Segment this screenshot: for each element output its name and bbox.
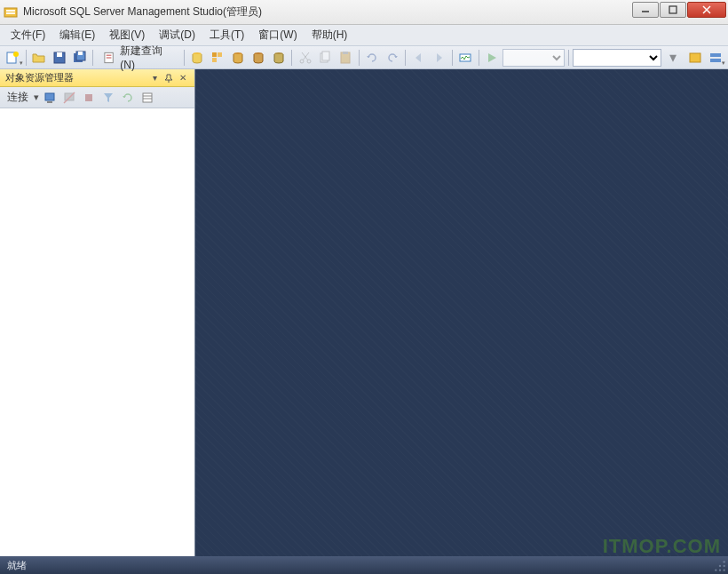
app-icon [4, 5, 18, 20]
toolbar-separator [405, 50, 406, 66]
svg-point-47 [715, 570, 716, 571]
svg-rect-36 [45, 93, 54, 100]
object-explorer-title: 对象资源管理器 [5, 71, 146, 84]
window-controls [632, 2, 726, 18]
menu-edit[interactable]: 编辑(E) [52, 25, 102, 45]
filter-button [99, 89, 117, 107]
svg-rect-19 [218, 52, 222, 57]
toolbar-separator [359, 50, 360, 66]
database-combo[interactable] [502, 49, 565, 67]
status-bar: 就绪 [0, 556, 728, 574]
menu-view[interactable]: 视图(V) [102, 25, 152, 45]
svg-point-46 [724, 565, 725, 567]
xmla-query-button[interactable] [269, 48, 288, 68]
toolbar-separator [291, 50, 292, 66]
menu-tools[interactable]: 工具(T) [202, 25, 251, 45]
svg-rect-34 [710, 53, 721, 57]
main-toolbar: 新建查询(N) ▾ [0, 46, 728, 69]
new-project-button[interactable] [4, 48, 22, 68]
refresh-button [119, 89, 137, 107]
save-all-button[interactable] [70, 48, 89, 68]
svg-rect-13 [78, 52, 83, 55]
toolbar-separator [26, 50, 27, 66]
connect-object-explorer-button[interactable] [41, 89, 59, 107]
new-query-button[interactable]: 新建查询(N) [97, 48, 180, 68]
object-explorer-tree[interactable] [0, 108, 194, 556]
menu-bar: 文件(F) 编辑(E) 视图(V) 调试(D) 工具(T) 窗口(W) 帮助(H… [0, 25, 728, 46]
object-explorer-details-button[interactable] [138, 89, 156, 107]
stop-button [80, 89, 98, 107]
resize-grip-icon[interactable] [714, 560, 726, 572]
toolbar-separator [184, 50, 185, 66]
minimize-button[interactable] [632, 2, 659, 18]
svg-rect-40 [85, 94, 92, 101]
svg-rect-1 [6, 10, 15, 12]
maximize-button[interactable] [660, 2, 686, 18]
cut-button [296, 48, 314, 68]
menu-file[interactable]: 文件(F) [4, 25, 52, 45]
analysis-services-query-button[interactable] [209, 48, 227, 68]
title-bar: Microsoft SQL Server Management Studio(管… [0, 0, 728, 25]
object-explorer-panel: 对象资源管理器 ▾ ✕ 连接 ▾ [0, 69, 195, 556]
panel-dropdown-icon[interactable]: ▾ [148, 72, 161, 84]
svg-rect-2 [6, 12, 15, 14]
document-area [195, 69, 728, 556]
svg-rect-31 [343, 52, 348, 54]
find-combo[interactable] [573, 49, 661, 67]
new-query-label: 新建查询(N) [120, 44, 174, 71]
toolbar-separator [92, 50, 93, 66]
toolbar-separator [452, 50, 453, 66]
menu-window[interactable]: 窗口(W) [251, 25, 304, 45]
svg-rect-35 [710, 59, 721, 62]
svg-point-8 [13, 52, 19, 57]
disconnect-button [60, 89, 78, 107]
svg-rect-29 [322, 52, 329, 60]
execute-button [483, 48, 502, 68]
open-button[interactable] [30, 48, 49, 68]
dmx-query-button[interactable] [249, 48, 268, 68]
window-title: Microsoft SQL Server Management Studio(管… [23, 4, 262, 20]
find-next-button: ▾ [663, 48, 682, 68]
svg-rect-37 [47, 101, 52, 103]
svg-point-44 [724, 561, 725, 562]
registered-servers-button[interactable] [685, 48, 704, 68]
svg-line-26 [303, 52, 309, 60]
copy-button [316, 48, 335, 68]
toolbar-separator [479, 50, 479, 66]
undo-button [363, 48, 382, 68]
main-area: 对象资源管理器 ▾ ✕ 连接 ▾ [0, 69, 728, 556]
svg-point-45 [719, 565, 721, 567]
object-explorer-toolbar: 连接 ▾ [0, 87, 194, 108]
close-button[interactable] [687, 2, 726, 18]
redo-button [383, 48, 401, 68]
svg-rect-4 [669, 6, 677, 13]
svg-point-49 [724, 570, 725, 571]
svg-rect-18 [212, 52, 217, 57]
svg-rect-33 [690, 53, 700, 62]
svg-rect-10 [57, 52, 62, 57]
object-explorer-header: 对象资源管理器 ▾ ✕ [0, 69, 194, 87]
menu-debug[interactable]: 调试(D) [152, 25, 202, 45]
toolbar-separator [568, 50, 569, 66]
panel-close-icon[interactable]: ✕ [177, 72, 189, 84]
svg-line-27 [302, 52, 308, 60]
pin-icon[interactable] [162, 72, 175, 84]
svg-rect-41 [143, 93, 152, 102]
database-engine-query-button[interactable] [188, 48, 207, 68]
menu-help[interactable]: 帮助(H) [305, 25, 355, 45]
navigate-back-button [409, 48, 428, 68]
svg-rect-20 [212, 58, 217, 62]
status-text: 就绪 [7, 559, 27, 572]
connect-label[interactable]: 连接 [4, 90, 32, 105]
mdx-query-button[interactable] [229, 48, 248, 68]
save-button[interactable] [51, 48, 69, 68]
svg-point-48 [719, 570, 721, 571]
activity-monitor-button[interactable] [456, 48, 475, 68]
navigate-forward-button [430, 48, 448, 68]
paste-button [336, 48, 355, 68]
options-button[interactable] [706, 48, 724, 68]
